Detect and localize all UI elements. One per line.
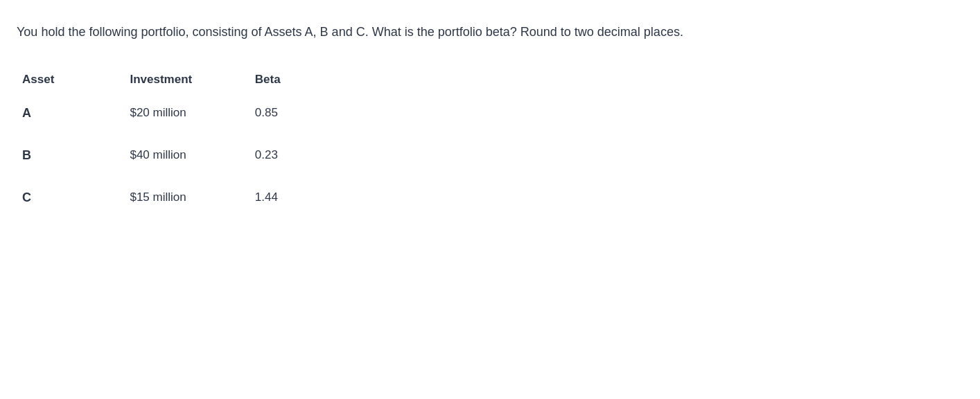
portfolio-table: Asset Investment Beta A$20 million0.85B$… — [22, 67, 341, 219]
cell-investment-1: $40 million — [130, 134, 254, 177]
header-investment: Investment — [130, 67, 254, 92]
table-row: A$20 million0.85 — [22, 92, 341, 134]
cell-beta-0: 0.85 — [255, 92, 341, 134]
cell-asset-2: C — [22, 177, 130, 219]
table-header-row: Asset Investment Beta — [22, 67, 341, 92]
header-beta: Beta — [255, 67, 341, 92]
question-text: You hold the following portfolio, consis… — [17, 22, 952, 42]
cell-investment-2: $15 million — [130, 177, 254, 219]
cell-beta-1: 0.23 — [255, 134, 341, 177]
table-row: B$40 million0.23 — [22, 134, 341, 177]
cell-beta-2: 1.44 — [255, 177, 341, 219]
portfolio-table-container: Asset Investment Beta A$20 million0.85B$… — [17, 67, 963, 219]
cell-investment-0: $20 million — [130, 92, 254, 134]
cell-asset-0: A — [22, 92, 130, 134]
header-asset: Asset — [22, 67, 130, 92]
cell-asset-1: B — [22, 134, 130, 177]
table-row: C$15 million1.44 — [22, 177, 341, 219]
